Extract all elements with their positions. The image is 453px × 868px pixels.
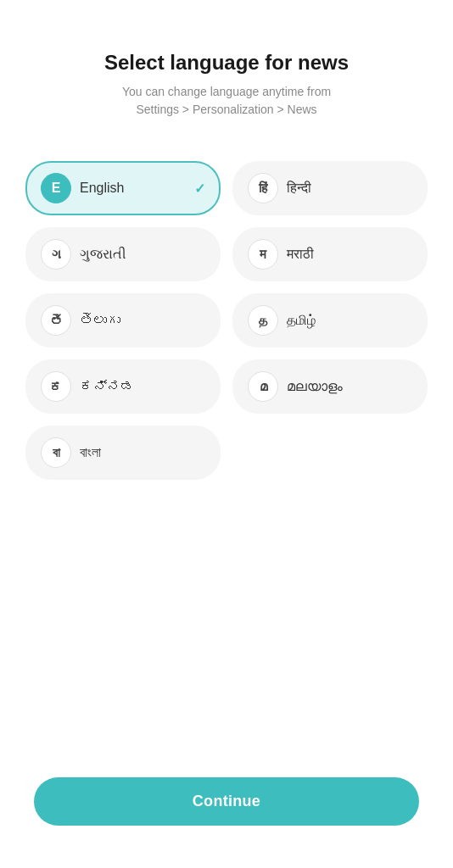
language-item-gujarati[interactable]: ગગુજરાતી [25, 227, 221, 281]
continue-button-wrapper: Continue [34, 777, 419, 826]
language-name-malayalam: മലയാളം [287, 379, 412, 394]
language-avatar-hindi: हिं [248, 173, 278, 203]
language-name-tamil: தமிழ் [287, 313, 412, 328]
language-name-bangla: বাংলা [80, 445, 205, 460]
language-avatar-kannada: ಕ [41, 371, 71, 402]
page-title: Select language for news [104, 51, 349, 75]
language-item-english[interactable]: EEnglish✓ [25, 161, 221, 215]
continue-button[interactable]: Continue [34, 777, 419, 826]
language-avatar-malayalam: മ [248, 371, 278, 402]
language-avatar-bangla: বা [41, 437, 71, 468]
language-name-gujarati: ગુજરાતી [80, 247, 205, 262]
check-icon: ✓ [194, 181, 205, 197]
language-avatar-telugu: తె [41, 305, 71, 336]
language-name-telugu: తెలుగు [80, 313, 205, 328]
language-name-kannada: ಕನ್ನಡ [80, 379, 205, 394]
page-header: Select language for news You can change … [70, 51, 383, 119]
language-item-malayalam[interactable]: മമലയാളം [232, 359, 428, 414]
language-avatar-english: E [41, 173, 71, 203]
language-avatar-marathi: म [248, 239, 278, 270]
language-item-bangla[interactable]: বাবাংলা [25, 426, 221, 480]
language-item-telugu[interactable]: తెతెలుగు [25, 293, 221, 348]
language-name-english: English [80, 181, 186, 196]
language-item-tamil[interactable]: ததமிழ் [232, 293, 428, 348]
language-name-hindi: हिन्दी [287, 181, 412, 196]
language-avatar-tamil: த [248, 305, 278, 336]
page-subtitle: You can change language anytime fromSett… [104, 83, 349, 119]
language-grid: EEnglish✓हिंहिन्दीગગુજરાતીममराठीతెతెలుగు… [0, 161, 453, 480]
language-item-kannada[interactable]: ಕಕನ್ನಡ [25, 359, 221, 414]
language-name-marathi: मराठी [287, 247, 412, 262]
language-item-hindi[interactable]: हिंहिन्दी [232, 161, 428, 215]
language-item-marathi[interactable]: ममराठी [232, 227, 428, 281]
language-avatar-gujarati: ગ [41, 239, 71, 270]
